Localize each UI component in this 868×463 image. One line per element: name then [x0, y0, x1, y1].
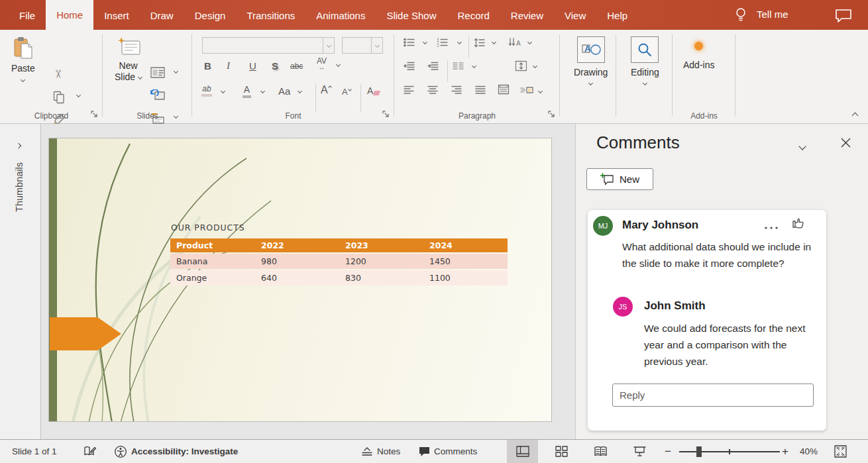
bullets-button[interactable]: [404, 38, 415, 47]
editing-button[interactable]: Editing: [631, 36, 659, 85]
highlight-button[interactable]: ab: [201, 84, 212, 97]
increase-font-size-button[interactable]: A: [321, 84, 331, 96]
align-center-button[interactable]: [427, 85, 438, 94]
avatar: JS: [613, 297, 633, 317]
shrink-caret-icon: [348, 87, 352, 91]
align-right-button[interactable]: [451, 85, 462, 94]
font-name-dropdown[interactable]: [323, 38, 334, 53]
character-spacing-button[interactable]: AV ↔: [317, 58, 327, 71]
tell-me-button[interactable]: Tell me: [757, 9, 788, 20]
reply-author: John Smith: [644, 299, 706, 313]
decrease-font-size-button[interactable]: A: [342, 87, 351, 97]
expand-thumbnails-chevron-icon[interactable]: [16, 143, 21, 148]
slide-title[interactable]: OUR PRODUCTS: [171, 223, 245, 232]
zoom-out-button[interactable]: −: [665, 440, 671, 463]
comment-thread-card[interactable]: MJ Mary Johnson What additional data sho…: [588, 210, 826, 431]
slideshow-view-button[interactable]: [624, 440, 655, 463]
slide-table[interactable]: Product 2022 2023 2024 Banana 980 1200 1…: [170, 238, 508, 285]
underline-button[interactable]: U: [249, 60, 256, 72]
thumbnails-label[interactable]: Thumbnails: [14, 162, 25, 212]
bullets-dropdown[interactable]: [423, 40, 427, 44]
spell-check-button[interactable]: [83, 440, 97, 463]
columns-button[interactable]: [453, 62, 464, 70]
text-direction-button[interactable]: A: [508, 38, 521, 48]
tab-slide-show[interactable]: Slide Show: [376, 1, 447, 30]
layout-dropdown[interactable]: [174, 70, 178, 73]
tab-design[interactable]: Design: [184, 1, 237, 30]
fit-to-window-button[interactable]: [834, 440, 847, 463]
tab-home[interactable]: Home: [46, 0, 93, 30]
tab-animations[interactable]: Animations: [305, 1, 376, 30]
paragraph-dialog-launcher[interactable]: [547, 109, 556, 119]
new-comment-button[interactable]: New: [586, 168, 653, 190]
tab-view[interactable]: View: [554, 1, 596, 30]
like-button[interactable]: [792, 215, 804, 231]
drawing-button[interactable]: A Drawing: [574, 36, 608, 85]
tab-file[interactable]: File: [9, 1, 46, 30]
font-color-button[interactable]: A: [243, 84, 251, 98]
increase-indent-button[interactable]: [427, 62, 439, 70]
comments-close-button[interactable]: [841, 138, 851, 148]
justify-button[interactable]: [475, 85, 486, 94]
slide-layout-button[interactable]: [150, 67, 165, 78]
character-spacing-dropdown[interactable]: [337, 63, 340, 66]
numbering-dropdown[interactable]: [458, 40, 461, 44]
italic-button[interactable]: I: [227, 60, 230, 72]
copy-button[interactable]: [53, 91, 65, 104]
more-options-button[interactable]: [764, 221, 779, 232]
clipboard-dialog-launcher[interactable]: [89, 109, 99, 119]
zoom-level[interactable]: 40%: [800, 440, 818, 463]
font-name-combobox[interactable]: [202, 37, 335, 54]
accessibility-checker-button[interactable]: Accessibility: Investigate: [114, 440, 238, 463]
zoom-slider[interactable]: [679, 451, 780, 452]
comments-status-button[interactable]: Comments: [419, 440, 477, 463]
normal-view-button[interactable]: [507, 440, 538, 463]
font-size-combobox[interactable]: [342, 37, 383, 54]
paste-button[interactable]: Paste: [11, 36, 35, 81]
new-slide-button[interactable]: New Slide: [115, 36, 142, 83]
collapse-ribbon-chevron-icon[interactable]: [852, 113, 859, 119]
text-direction-dropdown[interactable]: [528, 40, 531, 44]
font-dialog-launcher[interactable]: [381, 109, 390, 119]
numbering-button[interactable]: [437, 38, 448, 47]
reset-slide-button[interactable]: [150, 89, 165, 102]
tab-review[interactable]: Review: [500, 1, 554, 30]
font-size-dropdown[interactable]: [371, 38, 382, 53]
slide-sorter-view-button[interactable]: [546, 440, 577, 463]
align-left-button[interactable]: [404, 85, 414, 94]
tab-record[interactable]: Record: [447, 1, 500, 30]
smartart-button[interactable]: [519, 84, 533, 95]
bold-button[interactable]: B: [204, 60, 211, 72]
zoom-in-button[interactable]: +: [782, 440, 788, 463]
notes-button[interactable]: Notes: [361, 440, 400, 463]
smartart-dropdown[interactable]: [539, 89, 542, 93]
change-case-button[interactable]: Aa: [278, 85, 290, 97]
zoom-slider-thumb[interactable]: [696, 446, 702, 457]
align-text-button[interactable]: [515, 60, 527, 72]
decrease-indent-button[interactable]: [404, 62, 415, 70]
tab-transitions[interactable]: Transitions: [236, 1, 305, 30]
strikethrough-button[interactable]: abc: [290, 62, 303, 71]
tab-help[interactable]: Help: [596, 1, 638, 30]
clear-formatting-button[interactable]: A: [367, 85, 380, 96]
line-spacing-dropdown[interactable]: [492, 40, 496, 44]
tab-draw[interactable]: Draw: [140, 1, 184, 30]
addins-button[interactable]: Add-ins: [683, 42, 714, 71]
tab-insert[interactable]: Insert: [93, 1, 140, 30]
slides-group-label: Slides: [103, 111, 192, 121]
reading-view-button[interactable]: [585, 440, 616, 463]
align-text-dropdown[interactable]: [533, 64, 537, 68]
cut-button[interactable]: ✂: [53, 67, 62, 81]
copy-dropdown[interactable]: [77, 93, 80, 97]
columns-dropdown[interactable]: [472, 64, 476, 68]
line-spacing-button[interactable]: [474, 38, 485, 48]
comments-toggle-icon[interactable]: [835, 9, 852, 25]
highlight-dropdown[interactable]: [221, 89, 225, 93]
font-color-dropdown[interactable]: [261, 89, 264, 93]
slide[interactable]: OUR PRODUCTS Product 2022 2023 2024 Bana…: [48, 138, 552, 422]
change-case-dropdown[interactable]: [298, 89, 301, 93]
distribute-text-button[interactable]: [498, 84, 510, 95]
text-shadow-button[interactable]: S: [272, 60, 278, 72]
comments-collapse-button[interactable]: [800, 140, 812, 149]
reply-input[interactable]: [612, 384, 814, 407]
